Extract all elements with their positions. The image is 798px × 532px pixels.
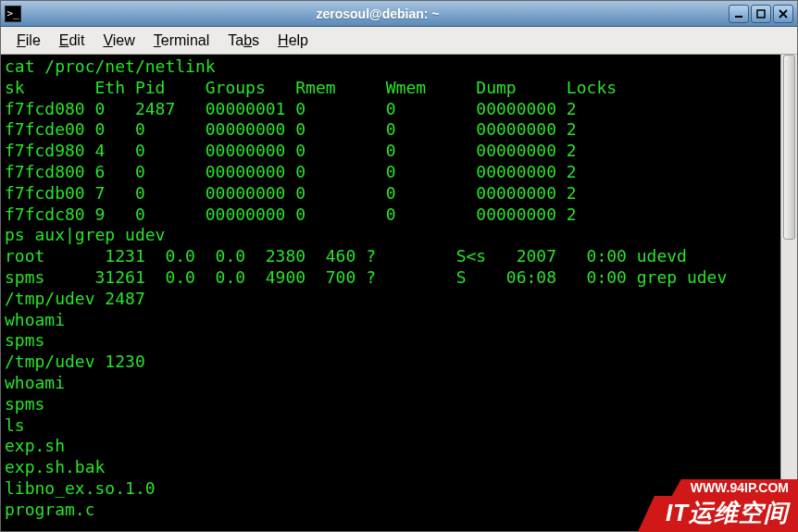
menu-view[interactable]: View	[94, 30, 143, 52]
window-controls	[729, 5, 793, 23]
scrollbar-thumb[interactable]	[783, 55, 795, 240]
scrollbar[interactable]	[780, 55, 797, 531]
close-button[interactable]	[773, 5, 793, 23]
app-icon: >_	[5, 6, 21, 22]
window-title: zerosoul@debian: ~	[27, 6, 729, 21]
svg-rect-0	[735, 16, 742, 18]
menu-terminal[interactable]: Terminal	[145, 30, 218, 52]
menu-edit[interactable]: Edit	[51, 30, 94, 52]
menu-tabs[interactable]: Tabs	[219, 30, 268, 52]
menu-file[interactable]: File	[8, 30, 49, 52]
menubar: File Edit View Terminal Tabs Help	[1, 27, 797, 55]
terminal-output[interactable]: cat /proc/net/netlink sk Eth Pid Groups …	[1, 55, 780, 531]
terminal-window: >_ zerosoul@debian: ~ File Edit View Ter…	[0, 0, 798, 532]
close-icon	[778, 8, 789, 19]
svg-rect-1	[757, 10, 765, 18]
minimize-button[interactable]	[729, 5, 749, 23]
menu-help[interactable]: Help	[269, 30, 317, 52]
terminal-area: cat /proc/net/netlink sk Eth Pid Groups …	[1, 55, 797, 531]
maximize-icon	[755, 8, 767, 19]
minimize-icon	[733, 8, 744, 19]
titlebar[interactable]: >_ zerosoul@debian: ~	[1, 1, 797, 27]
maximize-button[interactable]	[751, 5, 771, 23]
